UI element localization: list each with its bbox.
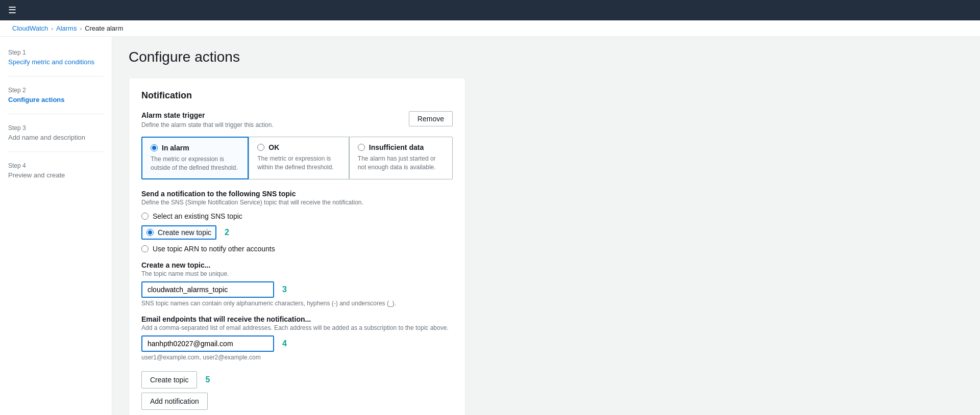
sns-option-arn-label: Use topic ARN to notify other accounts <box>153 245 275 253</box>
alarm-option-in-alarm-desc: The metric or expression is outside of t… <box>151 155 239 172</box>
email-input-hint: user1@example.com, user2@example.com <box>141 354 453 361</box>
page-title: Configure actions <box>129 49 964 65</box>
sns-radio-arn[interactable] <box>141 245 149 252</box>
create-topic-btn-row: Create topic 5 <box>141 371 210 388</box>
breadcrumb-sep-2: › <box>80 25 82 32</box>
alarm-radio-in-alarm[interactable] <box>151 144 158 151</box>
sidebar-step-4: Step 4 Preview and create <box>8 162 104 189</box>
step-annotation-3: 3 <box>282 285 287 294</box>
step-4-title: Preview and create <box>8 171 104 179</box>
sns-radio-create-new[interactable] <box>146 229 154 236</box>
sidebar-step-2: Step 2 Configure actions <box>8 87 104 114</box>
breadcrumb-cloudwatch[interactable]: CloudWatch <box>12 24 48 32</box>
add-notification-button[interactable]: Add notification <box>141 393 208 410</box>
email-label: Email endpoints that will receive the no… <box>141 315 453 323</box>
sidebar: Step 1 Specify metric and conditions Ste… <box>0 37 112 415</box>
step-4-label: Step 4 <box>8 162 104 169</box>
create-topic-hint: The topic name must be unique. <box>141 270 453 277</box>
alarm-radio-ok[interactable] <box>257 144 264 151</box>
alarm-state-label: Alarm state trigger <box>141 111 274 119</box>
sns-option-existing-label: Select an existing SNS topic <box>153 212 242 220</box>
create-topic-button[interactable]: Create topic <box>141 371 197 388</box>
alarm-state-options: In alarm The metric or expression is out… <box>141 137 453 179</box>
step-2-title: Configure actions <box>8 96 104 103</box>
step-3-title: Add name and description <box>8 134 104 141</box>
hamburger-icon[interactable]: ☰ <box>8 5 16 16</box>
step-annotation-2: 2 <box>225 228 229 237</box>
notification-card: Notification Alarm state trigger Define … <box>129 77 465 415</box>
step-2-label: Step 2 <box>8 87 104 94</box>
alarm-option-in-alarm[interactable]: In alarm The metric or expression is out… <box>141 137 249 179</box>
sns-title: Send a notification to the following SNS… <box>141 190 453 198</box>
alarm-option-insufficient[interactable]: Insufficient data The alarm has just sta… <box>349 137 453 179</box>
alarm-state-header: Alarm state trigger Define the alarm sta… <box>141 111 453 135</box>
sidebar-step-3: Step 3 Add name and description <box>8 124 104 152</box>
step-1-title[interactable]: Specify metric and conditions <box>8 58 104 66</box>
alarm-option-ok[interactable]: OK The metric or expression is within th… <box>249 137 349 179</box>
sns-option-create-new-label: Create new topic <box>158 228 211 237</box>
alarm-option-insufficient-label: Insufficient data <box>369 143 424 151</box>
sns-option-arn[interactable]: Use topic ARN to notify other accounts <box>141 245 453 253</box>
step-1-label: Step 1 <box>8 49 104 56</box>
create-topic-section: Create a new topic... The topic name mus… <box>141 261 453 307</box>
create-topic-label: Create a new topic... <box>141 261 453 269</box>
notification-card-title: Notification <box>141 90 453 101</box>
sns-radio-existing[interactable] <box>141 213 149 220</box>
topic-name-hint: SNS topic names can contain only alphanu… <box>141 300 453 307</box>
email-section: Email endpoints that will receive the no… <box>141 315 453 361</box>
action-buttons: Create topic 5 Add notification <box>141 371 453 410</box>
step-annotation-4: 4 <box>282 339 287 348</box>
alarm-option-in-alarm-label: In alarm <box>162 144 189 152</box>
email-input-row: 4 <box>141 335 453 352</box>
breadcrumb-create-alarm: Create alarm <box>85 24 123 32</box>
email-desc: Add a comma-separated list of email addr… <box>141 324 453 331</box>
create-topic-input-row: 3 <box>141 281 453 298</box>
alarm-option-ok-desc: The metric or expression is within the d… <box>257 154 340 172</box>
alarm-state-desc: Define the alarm state that will trigger… <box>141 121 274 128</box>
breadcrumb-sep-1: › <box>51 25 53 32</box>
step-annotation-5: 5 <box>205 375 210 384</box>
email-input[interactable] <box>141 335 274 352</box>
breadcrumb-alarms[interactable]: Alarms <box>56 24 77 32</box>
sidebar-step-1: Step 1 Specify metric and conditions <box>8 49 104 76</box>
topic-name-input[interactable] <box>141 281 274 298</box>
sns-option-create-new[interactable]: Create new topic 2 <box>141 225 453 240</box>
step-3-label: Step 3 <box>8 124 104 132</box>
create-new-highlight: Create new topic <box>141 225 216 240</box>
sns-option-existing[interactable]: Select an existing SNS topic <box>141 212 453 220</box>
alarm-state-trigger-section: Alarm state trigger Define the alarm sta… <box>141 111 274 135</box>
remove-button[interactable]: Remove <box>409 111 453 126</box>
main-layout: Step 1 Specify metric and conditions Ste… <box>0 37 980 415</box>
breadcrumb: CloudWatch › Alarms › Create alarm <box>0 20 980 37</box>
main-content: Configure actions Notification Alarm sta… <box>112 37 980 415</box>
alarm-option-ok-label: OK <box>268 143 279 151</box>
alarm-radio-insufficient[interactable] <box>358 144 365 151</box>
sns-desc: Define the SNS (Simple Notification Serv… <box>141 199 453 206</box>
alarm-option-insufficient-desc: The alarm has just started or not enough… <box>358 154 444 172</box>
top-nav: ☰ <box>0 0 980 20</box>
sns-section: Send a notification to the following SNS… <box>141 190 453 253</box>
